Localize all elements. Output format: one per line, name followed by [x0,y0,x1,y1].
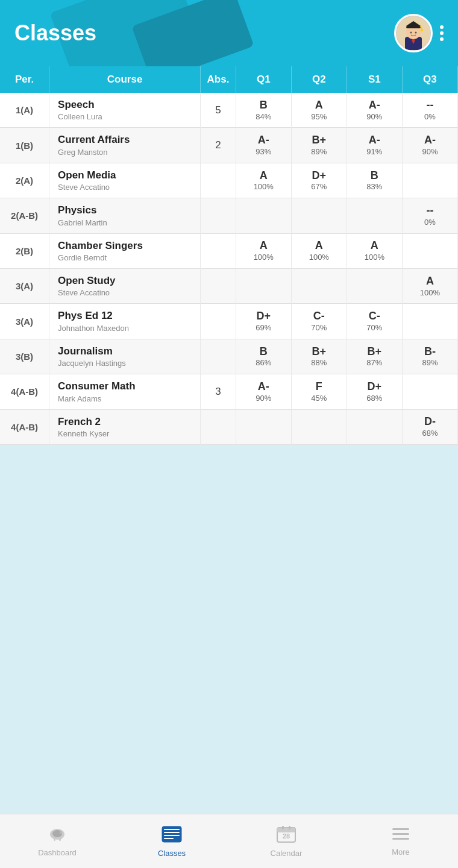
cell-grade-q1: A100% [236,233,291,268]
svg-rect-29 [392,838,409,840]
cell-grade-q3 [402,233,457,268]
cell-abs [201,198,236,233]
cell-abs [201,304,236,339]
table-row[interactable]: 1(B)Current AffairsGreg Manston2A-93%B+8… [0,128,458,163]
cell-period: 4(A-B) [0,374,49,409]
table-row[interactable]: 4(A-B)Consumer MathMark Adams3A-90%F45%D… [0,374,458,409]
cell-grade-q3: B-89% [402,339,457,374]
calendar-icon: 28 [276,825,296,846]
nav-dashboard-label: Dashboard [38,848,77,857]
cell-grade-q2 [291,198,347,233]
cell-period: 3(B) [0,339,49,374]
nav-classes[interactable]: Classes [114,814,229,868]
cell-abs [201,233,236,268]
table-row[interactable]: 2(A)Open MediaSteve AccatinoA100%D+67%B8… [0,163,458,198]
table-row[interactable]: 4(A-B)French 2Kenneth KyserD-68% [0,409,458,444]
cell-grade-s1: A-90% [347,93,402,128]
col-q3: Q3 [402,66,457,93]
cell-abs: 2 [201,128,236,163]
cell-grade-s1: C-70% [347,304,402,339]
cell-grade-q1: B84% [236,93,291,128]
cell-course: SpeechColleen Lura [49,93,201,128]
svg-rect-17 [162,826,181,842]
cell-grade-q2 [291,268,347,303]
cell-grade-q3: --0% [402,198,457,233]
svg-rect-27 [392,828,409,830]
cell-grade-s1: B83% [347,163,402,198]
cell-grade-s1: A100% [347,233,402,268]
cell-grade-q1: A-93% [236,128,291,163]
header: Classes [0,0,458,66]
svg-rect-4 [406,26,421,28]
svg-point-7 [421,29,423,31]
page-title: Classes [14,20,96,46]
cell-grade-q1: A100% [236,163,291,198]
col-abs: Abs. [201,66,236,93]
nav-more-label: More [392,848,410,857]
cell-course: PhysicsGabriel Martin [49,198,201,233]
table-row[interactable]: 3(A)Phys Ed 12Johnathon MaxedonD+69%C-70… [0,304,458,339]
bottom-nav: Dashboard Classes 28 Calendar [0,814,458,868]
cell-course: JournalismJacquelyn Hastings [49,339,201,374]
nav-more[interactable]: More [344,814,458,868]
cell-grade-q2: C-70% [291,304,347,339]
cell-grade-q1 [236,268,291,303]
cell-period: 1(B) [0,128,49,163]
cell-grade-q3 [402,374,457,409]
svg-point-8 [410,32,412,34]
cell-period: 4(A-B) [0,409,49,444]
svg-rect-21 [164,838,174,839]
col-q2: Q2 [291,66,347,93]
cell-course: Consumer MathMark Adams [49,374,201,409]
cell-period: 3(A) [0,268,49,303]
cell-grade-q2 [291,409,347,444]
col-s1: S1 [347,66,402,93]
col-q1: Q1 [236,66,291,93]
nav-dashboard[interactable]: Dashboard [0,814,114,868]
table-row[interactable]: 2(A-B)PhysicsGabriel Martin--0% [0,198,458,233]
cell-course: French 2Kenneth Kyser [49,409,201,444]
table-row[interactable]: 1(A)SpeechColleen Lura5B84%A95%A-90%--0% [0,93,458,128]
svg-rect-19 [164,832,180,833]
table-row[interactable]: 3(A)Open StudySteve AccatinoA100% [0,268,458,303]
svg-rect-28 [392,833,409,835]
cell-course: Current AffairsGreg Manston [49,128,201,163]
cell-abs [201,409,236,444]
cell-grade-s1: A-91% [347,128,402,163]
cell-grade-q3 [402,304,457,339]
cell-course: Phys Ed 12Johnathon Maxedon [49,304,201,339]
more-options-button[interactable] [438,23,446,43]
cell-grade-q3: --0% [402,93,457,128]
cell-period: 2(A-B) [0,198,49,233]
nav-calendar-label: Calendar [271,849,303,858]
cell-grade-q3 [402,163,457,198]
cell-grade-s1: B+87% [347,339,402,374]
cell-grade-s1: D+68% [347,374,402,409]
cell-grade-q2: F45% [291,374,347,409]
empty-area [0,629,458,814]
header-right [394,14,446,52]
table-row[interactable]: 3(B)JournalismJacquelyn HastingsB86%B+88… [0,339,458,374]
svg-point-16 [60,831,63,834]
svg-rect-20 [164,835,180,836]
svg-point-9 [415,32,417,34]
cell-abs [201,339,236,374]
cell-grade-q2: D+67% [291,163,347,198]
svg-text:28: 28 [283,832,290,840]
cell-grade-q1: B86% [236,339,291,374]
cell-abs: 5 [201,93,236,128]
cell-grade-q2: A95% [291,93,347,128]
nav-calendar[interactable]: 28 Calendar [229,814,344,868]
svg-rect-18 [164,829,180,830]
cell-period: 1(A) [0,93,49,128]
svg-rect-25 [289,826,290,829]
table-row[interactable]: 2(B)Chamber SingersGordie BerndtA100%A10… [0,233,458,268]
avatar[interactable] [394,14,433,52]
cell-grade-q1: A-90% [236,374,291,409]
svg-rect-23 [277,828,295,832]
table-header: Per. Course Abs. Q1 Q2 S1 Q3 [0,66,458,93]
cell-grade-q3: D-68% [402,409,457,444]
cell-grade-q1 [236,409,291,444]
svg-rect-24 [282,826,284,829]
cell-grade-s1 [347,268,402,303]
